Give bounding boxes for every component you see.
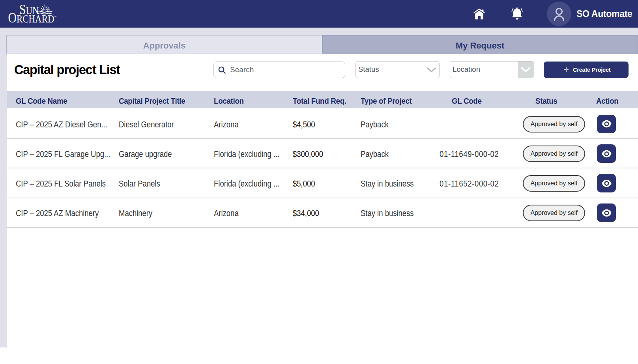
svg-text:®: ® [54, 15, 57, 18]
